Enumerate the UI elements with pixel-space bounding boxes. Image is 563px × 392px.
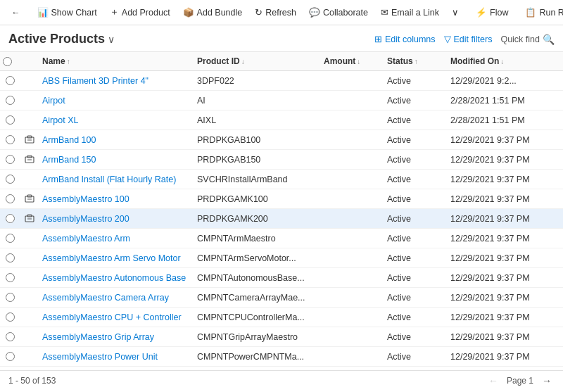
flow-icon: ⚡	[476, 7, 487, 18]
row-amount	[321, 196, 384, 202]
col-header-modified-on[interactable]: Modified On ↓	[448, 55, 560, 68]
row-name[interactable]: ArmBand 150	[39, 152, 194, 167]
edit-filters-button[interactable]: ▽ Edit filters	[444, 34, 493, 44]
col-header-icon	[20, 60, 39, 63]
row-name[interactable]: AssemblyMaestro Power Unit	[39, 349, 194, 365]
row-name[interactable]: AssemblyMaestro Trunk Servo Motor	[39, 369, 194, 371]
row-product-id: AI	[194, 93, 321, 108]
refresh-button[interactable]: ↻ Refresh	[249, 4, 302, 20]
row-name[interactable]: AssemblyMaestro Arm	[39, 231, 194, 246]
col-header-name[interactable]: Name ↑	[39, 55, 194, 68]
col-header-amount[interactable]: Amount ↓	[321, 55, 384, 68]
row-name[interactable]: AssemblyMaestro Arm Servo Motor	[39, 251, 194, 266]
row-radio-cell	[0, 329, 20, 344]
row-status: Active	[384, 310, 448, 325]
email-link-button[interactable]: ✉ Email a Link	[375, 4, 445, 20]
row-icon-cell	[20, 236, 39, 241]
add-bundle-button[interactable]: 📦 Add Bundle	[177, 4, 248, 20]
row-amount	[321, 98, 384, 103]
row-select-radio[interactable]	[6, 293, 15, 302]
row-product-id: CMPNTTrunkServoMotor...	[194, 369, 321, 371]
email-icon: ✉	[381, 7, 388, 18]
select-all-radio[interactable]	[3, 57, 12, 66]
row-status: Active	[384, 152, 448, 167]
back-icon: ←	[11, 8, 20, 18]
add-product-button[interactable]: ＋ Add Product	[104, 4, 176, 21]
row-select-radio[interactable]	[6, 175, 15, 184]
collaborate-button[interactable]: 💬 Collaborate	[303, 4, 374, 20]
row-select-radio[interactable]	[6, 273, 15, 282]
back-button[interactable]: ←	[6, 5, 26, 20]
row-status: Active	[384, 369, 448, 371]
row-select-radio[interactable]	[6, 234, 15, 243]
flow-button[interactable]: ⚡ Flow	[470, 4, 514, 20]
row-radio-cell	[0, 349, 20, 364]
table-row: AssemblyMaestro Grip ArrayCMPNTGripArray…	[0, 327, 563, 347]
row-product-id: CMPNTCPUControllerMa...	[194, 310, 321, 325]
subheader: Active Products ∨ ⊞ Edit columns ▽ Edit …	[0, 25, 563, 52]
row-name[interactable]: AssemblyMaestro 200	[39, 211, 194, 227]
row-name[interactable]: AssemblyMaestro Grip Array	[39, 329, 194, 345]
row-select-radio[interactable]	[6, 332, 15, 341]
expand-button[interactable]: ∨	[446, 4, 464, 20]
col-header-status[interactable]: Status ↑	[384, 55, 448, 68]
row-name[interactable]: Airpot XL	[39, 113, 194, 128]
row-status: Active	[384, 231, 448, 246]
row-radio-cell	[0, 290, 20, 305]
row-select-radio[interactable]	[6, 155, 15, 164]
row-select-radio[interactable]	[6, 115, 15, 125]
row-modified-on: 2/28/2021 1:51 PM	[448, 113, 560, 128]
row-select-radio[interactable]	[6, 96, 15, 105]
row-amount	[321, 177, 384, 182]
row-product-id: CMPNTPowerCMPNTMa...	[194, 349, 321, 365]
next-page-button[interactable]: →	[539, 374, 555, 388]
chart-icon: 📊	[37, 7, 49, 18]
prev-page-button[interactable]: ←	[486, 374, 501, 388]
row-name[interactable]: AssemblyMaestro Autonomous Base	[39, 270, 194, 286]
row-select-radio[interactable]	[6, 214, 15, 223]
row-name[interactable]: ArmBand 100	[39, 132, 194, 148]
column-headers: Name ↑ Product ID ↓ Amount ↓ Status ↑ Mo…	[0, 52, 563, 71]
show-chart-button[interactable]: 📊 Show Chart	[32, 4, 103, 20]
row-select-radio[interactable]	[6, 135, 15, 144]
title-chevron[interactable]: ∨	[108, 34, 115, 45]
kit-icon	[25, 214, 34, 224]
row-status: Active	[384, 73, 448, 89]
run-report-button[interactable]: 📋 Run Report	[519, 4, 563, 20]
row-product-id: CMPNTAutonomousBase...	[194, 270, 321, 286]
table-row: AssemblyMaestro Autonomous BaseCMPNTAuto…	[0, 268, 563, 288]
table-row: AssemblyMaestro Power UnitCMPNTPowerCMPN…	[0, 347, 563, 367]
name-sort-icon: ↑	[67, 58, 70, 65]
table-row: AssemblyMaestro Camera ArrayCMPNTCameraA…	[0, 288, 563, 308]
row-name[interactable]: AssemblyMaestro 100	[39, 191, 194, 207]
row-icon-cell	[20, 98, 39, 103]
col-header-product-id[interactable]: Product ID ↓	[194, 55, 321, 68]
row-status: Active	[384, 211, 448, 227]
row-select-radio[interactable]	[6, 253, 15, 263]
next-icon: →	[542, 375, 552, 386]
search-icon[interactable]: 🔍	[543, 34, 555, 45]
row-status: Active	[384, 329, 448, 345]
row-name[interactable]: AssemblyMaestro Camera Array	[39, 290, 194, 305]
row-amount	[321, 315, 384, 320]
row-modified-on: 12/29/2021 9:2...	[448, 73, 560, 89]
quick-find-label: Quick find	[500, 34, 540, 44]
row-select-radio[interactable]	[6, 194, 15, 203]
collaborate-icon: 💬	[309, 7, 320, 18]
row-select-radio[interactable]	[6, 352, 15, 361]
row-status: Active	[384, 172, 448, 187]
row-name[interactable]: ArmBand Install (Flat Hourly Rate)	[39, 172, 194, 187]
row-icon-cell	[20, 275, 39, 281]
quick-find-wrap: Quick find 🔍	[500, 34, 555, 45]
refresh-icon: ↻	[255, 7, 262, 18]
row-icon-cell	[20, 118, 39, 123]
table-body: ABS Filament 3D Printer 4"3DPF022Active1…	[0, 71, 563, 370]
edit-columns-button[interactable]: ⊞ Edit columns	[374, 34, 436, 44]
row-name[interactable]: AssemblyMaestro CPU + Controller	[39, 310, 194, 325]
row-name[interactable]: Airpot	[39, 93, 194, 108]
row-icon-cell	[20, 211, 39, 227]
page-label: Page 1	[507, 376, 533, 386]
row-select-radio[interactable]	[6, 76, 15, 85]
row-name[interactable]: ABS Filament 3D Printer 4"	[39, 73, 194, 89]
row-select-radio[interactable]	[6, 312, 15, 322]
